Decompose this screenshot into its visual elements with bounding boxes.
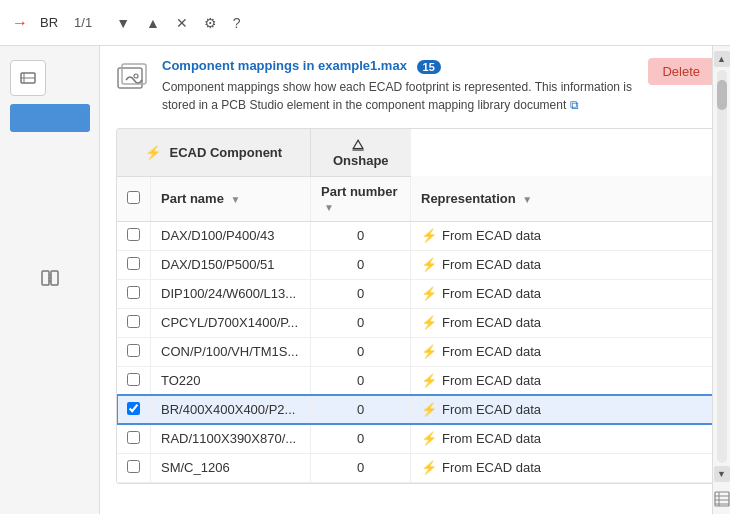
sidebar (0, 0, 100, 514)
row-representation: ⚡From ECAD data (411, 395, 714, 424)
row-part-name: DAX/D150/P500/51 (151, 250, 311, 279)
toolbar-counter: 1/1 (74, 15, 92, 30)
dropdown-btn[interactable]: ▼ (112, 13, 134, 33)
info-badge: 15 (417, 60, 441, 74)
row-checkbox[interactable] (127, 257, 140, 270)
ecad-icon: ⚡ (145, 145, 161, 160)
sort-arrow-representation: ▼ (522, 194, 532, 205)
row-part-number: 0 (311, 279, 411, 308)
info-title: Component mappings in example1.max 15 (162, 58, 634, 74)
rep-icon: ⚡ (421, 460, 437, 475)
row-checkbox[interactable] (127, 373, 140, 386)
row-checkbox[interactable] (127, 431, 140, 444)
data-table: ⚡ ECAD Component ⧋ Onshape Pa (116, 128, 714, 484)
row-representation: ⚡From ECAD data (411, 250, 714, 279)
row-checkbox-cell[interactable] (117, 366, 151, 395)
rep-icon: ⚡ (421, 228, 437, 243)
info-text: Component mappings in example1.max 15 Co… (162, 58, 634, 114)
row-checkbox-cell[interactable] (117, 424, 151, 453)
row-part-number: 0 (311, 337, 411, 366)
rep-icon: ⚡ (421, 344, 437, 359)
row-checkbox-cell[interactable] (117, 308, 151, 337)
svg-point-10 (134, 74, 138, 78)
row-representation: ⚡From ECAD data (411, 366, 714, 395)
col-checkbox-header (117, 176, 151, 221)
row-checkbox[interactable] (127, 228, 140, 241)
table-row[interactable]: SM/C_1206 0 ⚡From ECAD data (117, 453, 713, 482)
rep-icon: ⚡ (421, 402, 437, 417)
select-all-checkbox[interactable] (127, 191, 140, 204)
col-representation-header[interactable]: Representation ▼ (411, 176, 714, 221)
rep-icon: ⚡ (421, 373, 437, 388)
svg-rect-3 (42, 271, 49, 285)
col-part-name-header[interactable]: Part name ▼ (151, 176, 311, 221)
table-row[interactable]: DAX/D150/P500/51 0 ⚡From ECAD data (117, 250, 713, 279)
sidebar-icon-btn-1[interactable] (10, 60, 46, 96)
row-part-name: CON/P/100/VH/TM1S... (151, 337, 311, 366)
row-checkbox-cell[interactable] (117, 250, 151, 279)
delete-button[interactable]: Delete (648, 58, 714, 85)
rep-icon: ⚡ (421, 315, 437, 330)
row-checkbox[interactable] (127, 286, 140, 299)
info-box: Component mappings in example1.max 15 Co… (116, 58, 714, 114)
row-part-number: 0 (311, 308, 411, 337)
row-representation: ⚡From ECAD data (411, 337, 714, 366)
row-checkbox[interactable] (127, 402, 140, 415)
row-checkbox[interactable] (127, 315, 140, 328)
down-arrow-indicator: ↓ (305, 0, 314, 3)
scroll-up-btn[interactable]: ▲ (714, 51, 730, 67)
row-part-name: BR/400X400X400/P2... (151, 395, 311, 424)
table-row[interactable]: → BR/400X400X400/P2... 0 ⚡From ECAD data (117, 395, 713, 424)
row-checkbox-cell[interactable]: → (117, 395, 151, 424)
sort-arrow-part-name: ▼ (231, 194, 241, 205)
row-part-number: 0 (311, 395, 411, 424)
table-view-btn[interactable] (714, 491, 730, 510)
row-representation: ⚡From ECAD data (411, 308, 714, 337)
table-row[interactable]: TO220 0 ⚡From ECAD data (117, 366, 713, 395)
sort-arrow-part-number: ▼ (324, 202, 334, 213)
row-part-number: 0 (311, 221, 411, 250)
row-checkbox-cell[interactable] (117, 453, 151, 482)
row-part-name: RAD/1100X390X870/... (151, 424, 311, 453)
row-checkbox-cell[interactable] (117, 337, 151, 366)
toolbar: ↓ → BR 1/1 ▼ ▲ ✕ ⚙ ? (0, 0, 730, 46)
table-row[interactable]: CON/P/100/VH/TM1S... 0 ⚡From ECAD data (117, 337, 713, 366)
row-part-name: DAX/D100/P400/43 (151, 221, 311, 250)
rep-icon: ⚡ (421, 286, 437, 301)
row-checkbox-cell[interactable] (117, 279, 151, 308)
onshape-group-header: ⧋ Onshape (311, 129, 411, 177)
rep-icon: ⚡ (421, 431, 437, 446)
row-representation: ⚡From ECAD data (411, 453, 714, 482)
right-scroll-indicator: ▲ ▼ (712, 46, 730, 514)
col-part-number-header[interactable]: Part number ▼ (311, 176, 411, 221)
row-part-number: 0 (311, 250, 411, 279)
info-description: Component mappings show how each ECAD fo… (162, 78, 634, 114)
settings-btn[interactable]: ⚙ (200, 13, 221, 33)
info-link[interactable]: ⧉ (570, 98, 579, 112)
help-btn[interactable]: ? (229, 13, 245, 33)
row-part-name: SM/C_1206 (151, 453, 311, 482)
scroll-down-btn[interactable]: ▼ (714, 466, 730, 482)
search-label: BR (40, 15, 58, 30)
left-arrow-indicator: → (12, 14, 28, 32)
mappings-icon (40, 268, 60, 288)
row-checkbox[interactable] (127, 460, 140, 473)
svg-rect-4 (51, 271, 58, 285)
sidebar-mid-icon[interactable] (32, 260, 68, 296)
row-part-name: TO220 (151, 366, 311, 395)
close-btn[interactable]: ✕ (172, 13, 192, 33)
scroll-thumb (717, 80, 727, 110)
row-checkbox[interactable] (127, 344, 140, 357)
row-representation: ⚡From ECAD data (411, 279, 714, 308)
table-row[interactable]: RAD/1100X390X870/... 0 ⚡From ECAD data (117, 424, 713, 453)
table-row[interactable]: DIP100/24/W600/L13... 0 ⚡From ECAD data (117, 279, 713, 308)
up-btn[interactable]: ▲ (142, 13, 164, 33)
scroll-track (717, 70, 727, 463)
component-icon (19, 69, 37, 87)
table-row[interactable]: DAX/D100/P400/43 0 ⚡From ECAD data (117, 221, 713, 250)
row-checkbox-cell[interactable] (117, 221, 151, 250)
sidebar-selected-item[interactable] (10, 104, 90, 132)
table-row[interactable]: CPCYL/D700X1400/P... 0 ⚡From ECAD data (117, 308, 713, 337)
table-body: DAX/D100/P400/43 0 ⚡From ECAD data DAX/D… (117, 221, 713, 482)
content-area: Component mappings in example1.max 15 Co… (100, 46, 730, 514)
